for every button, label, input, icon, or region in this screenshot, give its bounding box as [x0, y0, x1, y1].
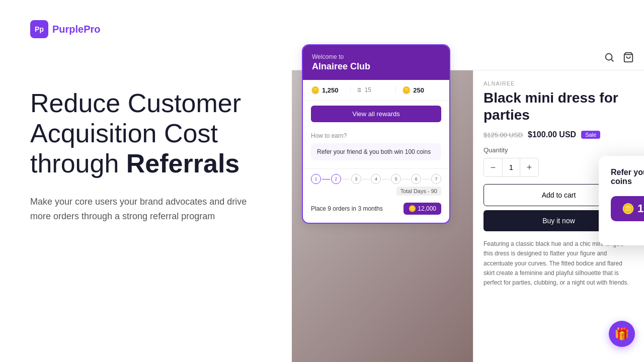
place-order-reward: 🪙 12,000 — [404, 203, 441, 215]
place-order-text: Place 9 orders in 3 months — [311, 205, 383, 212]
total-days-badge: Total Days - 90 — [396, 187, 441, 196]
step-dot-4 — [382, 179, 390, 179]
price-sale: $100.00 USD — [528, 130, 576, 139]
step-dot-5 — [402, 179, 410, 179]
step-5: 5 — [391, 174, 401, 184]
loyalty-stats: 🪙 1,250 🗓 15 🪙 250 — [303, 80, 449, 101]
stamp-icon: 🗓 — [357, 87, 362, 93]
you-win-coin-box: 🪙 100 — [611, 196, 644, 221]
view-rewards-button[interactable]: View all rewards — [311, 106, 441, 122]
extra-coin-icon: 🪙 — [402, 86, 411, 94]
steps-row: 1 2 3 4 5 6 7 — [311, 174, 441, 184]
product-brand: ALNAIREE — [484, 80, 634, 86]
you-win-coin-icon: 🪙 — [622, 203, 634, 215]
steps-section: 1 2 3 4 5 6 7 Total Days - 90 Place 9 or… — [303, 168, 449, 223]
svg-point-0 — [606, 53, 612, 60]
earn-item-referral: Refer your friend & you both win 100 coi… — [311, 143, 441, 160]
step-4: 4 — [371, 174, 381, 184]
right-panel: Al ALNAIREE Black mini dress for parties… — [292, 0, 644, 362]
shop-topbar-icons — [604, 52, 634, 63]
hero-heading: Reduce Customer Acquisition Cost through… — [30, 88, 262, 178]
loyalty-header: Welcome to Alnairee Club — [303, 45, 449, 80]
sale-badge: Sale — [581, 131, 600, 139]
coin-icon: 🪙 — [311, 86, 319, 94]
you-win-label: You win — [628, 224, 644, 231]
loyalty-club-name: Alnairee Club — [312, 61, 440, 72]
stamps-value: 15 — [365, 86, 371, 94]
quantity-control: − 1 + — [484, 158, 539, 177]
you-win-box: 🪙 100 You win — [611, 196, 644, 231]
place-order-row: Place 9 orders in 3 months 🪙 12,000 — [311, 200, 441, 218]
step-6: 6 — [411, 174, 421, 184]
quantity-value: 1 — [502, 158, 520, 176]
stamps-stat: 🗓 15 — [350, 86, 396, 94]
logo-icon: Pp — [30, 20, 48, 38]
step-1: 1 — [311, 174, 321, 184]
product-title: Black mini dress for parties — [484, 89, 634, 123]
logo-area: Pp PurplePro — [30, 20, 262, 38]
step-dot-6 — [422, 179, 430, 179]
left-panel: Pp PurplePro Reduce Customer Acquisition… — [0, 0, 292, 362]
quantity-label: Quantity — [484, 146, 634, 154]
loyalty-welcome: Welcome to — [312, 53, 440, 60]
referral-modal: Refer your friend & you both win 100 coi… — [599, 156, 644, 245]
price-original: $125.00 USD — [484, 131, 523, 139]
referral-coins-row: 🪙 100 You win 🪙 100 Your friend wins — [611, 196, 644, 233]
step-7: 7 — [431, 174, 441, 184]
earn-title: How to earn? — [311, 132, 441, 139]
product-price-row: $125.00 USD $100.00 USD Sale — [484, 130, 634, 139]
loyalty-widget: Welcome to Alnairee Club 🪙 1,250 🗓 15 🪙 … — [302, 44, 450, 224]
coins-value: 1,250 — [322, 86, 339, 94]
step-dot-2 — [342, 179, 350, 179]
extra-coins-stat: 🪙 250 — [395, 86, 441, 94]
earn-section: How to earn? Refer your friend & you bot… — [303, 127, 449, 168]
gift-icon: 🎁 — [614, 327, 629, 341]
cart-icon[interactable] — [623, 52, 634, 63]
modal-title: Refer your friend & you both win 100 coi… — [611, 168, 644, 186]
extra-coins-value: 250 — [413, 86, 424, 94]
search-icon[interactable] — [604, 52, 615, 63]
quantity-minus-button[interactable]: − — [484, 158, 502, 176]
svg-line-1 — [611, 59, 613, 61]
coins-stat: 🪙 1,250 — [311, 86, 350, 94]
step-dot-1 — [322, 179, 330, 179]
hero-subtext: Make your core users your brand advocate… — [30, 195, 262, 224]
logo-text: PurplePro — [52, 24, 101, 35]
quantity-plus-button[interactable]: + — [520, 158, 538, 176]
step-dot-3 — [362, 179, 370, 179]
gift-button[interactable]: 🎁 — [609, 321, 635, 347]
step-2: 2 — [331, 174, 341, 184]
step-3: 3 — [351, 174, 361, 184]
you-win-amount: 100 — [637, 202, 644, 215]
product-description: Featuring a classic black hue and a chic… — [484, 239, 634, 288]
